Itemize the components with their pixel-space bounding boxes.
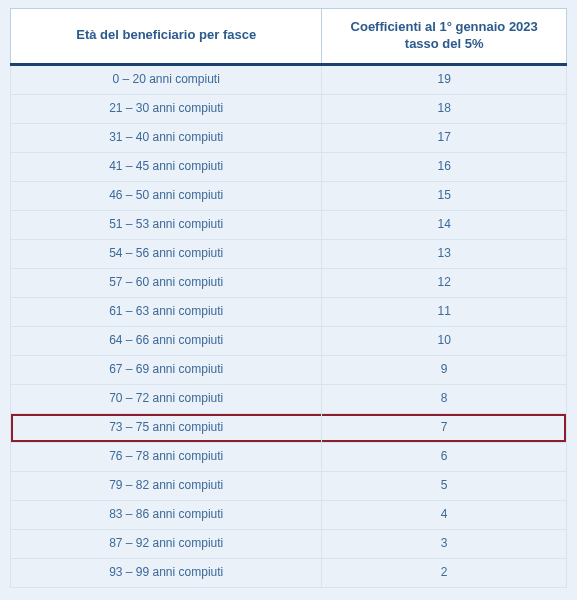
cell-coefficient: 12 [322, 268, 567, 297]
cell-age-range: 79 – 82 anni compiuti [11, 471, 322, 500]
coefficients-table: Età del beneficiario per fasce Coefficie… [10, 8, 567, 588]
cell-coefficient: 11 [322, 297, 567, 326]
cell-age-range: 21 – 30 anni compiuti [11, 94, 322, 123]
header-coefficient: Coefficienti al 1° gennaio 2023 tasso de… [322, 9, 567, 65]
cell-age-range: 41 – 45 anni compiuti [11, 152, 322, 181]
cell-coefficient: 6 [322, 442, 567, 471]
table-row: 54 – 56 anni compiuti13 [11, 239, 567, 268]
cell-age-range: 67 – 69 anni compiuti [11, 355, 322, 384]
table-row: 21 – 30 anni compiuti18 [11, 94, 567, 123]
cell-coefficient: 10 [322, 326, 567, 355]
header-coef-line2: tasso del 5% [405, 36, 484, 51]
table-row: 51 – 53 anni compiuti14 [11, 210, 567, 239]
cell-coefficient: 19 [322, 64, 567, 94]
table-row: 61 – 63 anni compiuti11 [11, 297, 567, 326]
table-row: 87 – 92 anni compiuti3 [11, 529, 567, 558]
cell-age-range: 83 – 86 anni compiuti [11, 500, 322, 529]
table-row: 70 – 72 anni compiuti8 [11, 384, 567, 413]
cell-coefficient: 14 [322, 210, 567, 239]
cell-coefficient: 18 [322, 94, 567, 123]
cell-coefficient: 3 [322, 529, 567, 558]
cell-coefficient: 7 [322, 413, 567, 442]
cell-age-range: 76 – 78 anni compiuti [11, 442, 322, 471]
cell-coefficient: 8 [322, 384, 567, 413]
table-row: 76 – 78 anni compiuti6 [11, 442, 567, 471]
table-row: 31 – 40 anni compiuti17 [11, 123, 567, 152]
cell-age-range: 87 – 92 anni compiuti [11, 529, 322, 558]
table-row: 79 – 82 anni compiuti5 [11, 471, 567, 500]
cell-age-range: 70 – 72 anni compiuti [11, 384, 322, 413]
table-body: 0 – 20 anni compiuti1921 – 30 anni compi… [11, 64, 567, 587]
table-row: 41 – 45 anni compiuti16 [11, 152, 567, 181]
table-header-row: Età del beneficiario per fasce Coefficie… [11, 9, 567, 65]
cell-coefficient: 4 [322, 500, 567, 529]
table-row: 73 – 75 anni compiuti7 [11, 413, 567, 442]
cell-age-range: 0 – 20 anni compiuti [11, 64, 322, 94]
cell-age-range: 64 – 66 anni compiuti [11, 326, 322, 355]
cell-age-range: 61 – 63 anni compiuti [11, 297, 322, 326]
cell-coefficient: 16 [322, 152, 567, 181]
cell-coefficient: 9 [322, 355, 567, 384]
cell-age-range: 31 – 40 anni compiuti [11, 123, 322, 152]
table-row: 83 – 86 anni compiuti4 [11, 500, 567, 529]
cell-age-range: 46 – 50 anni compiuti [11, 181, 322, 210]
cell-coefficient: 13 [322, 239, 567, 268]
header-coef-line1: Coefficienti al 1° gennaio 2023 [351, 19, 538, 34]
table-row: 64 – 66 anni compiuti10 [11, 326, 567, 355]
table-row: 57 – 60 anni compiuti12 [11, 268, 567, 297]
cell-age-range: 57 – 60 anni compiuti [11, 268, 322, 297]
table-row: 93 – 99 anni compiuti2 [11, 558, 567, 587]
cell-age-range: 73 – 75 anni compiuti [11, 413, 322, 442]
table-row: 0 – 20 anni compiuti19 [11, 64, 567, 94]
table-header: Età del beneficiario per fasce Coefficie… [11, 9, 567, 65]
cell-coefficient: 15 [322, 181, 567, 210]
cell-coefficient: 17 [322, 123, 567, 152]
cell-age-range: 54 – 56 anni compiuti [11, 239, 322, 268]
cell-age-range: 51 – 53 anni compiuti [11, 210, 322, 239]
header-age-range: Età del beneficiario per fasce [11, 9, 322, 65]
cell-coefficient: 2 [322, 558, 567, 587]
table-container: Età del beneficiario per fasce Coefficie… [0, 0, 577, 598]
cell-coefficient: 5 [322, 471, 567, 500]
table-row: 46 – 50 anni compiuti15 [11, 181, 567, 210]
table-row: 67 – 69 anni compiuti9 [11, 355, 567, 384]
cell-age-range: 93 – 99 anni compiuti [11, 558, 322, 587]
